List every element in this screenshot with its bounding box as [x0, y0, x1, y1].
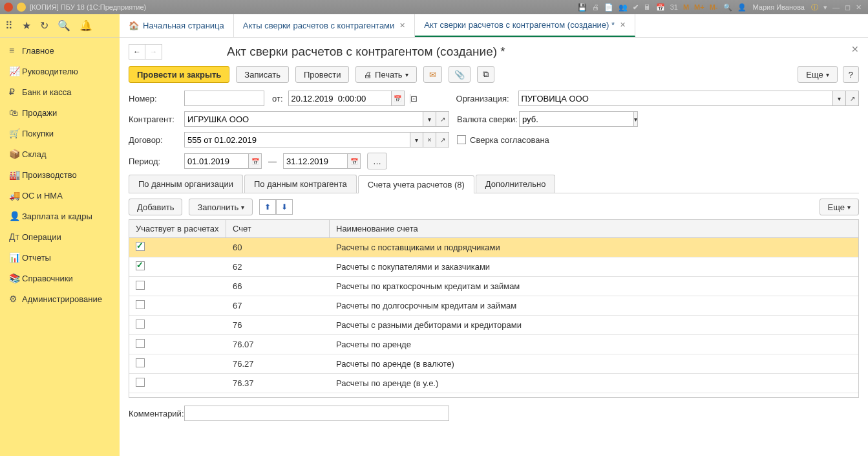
row-checkbox[interactable] [136, 320, 145, 329]
post-button[interactable]: Провести [295, 66, 350, 83]
user-name[interactable]: Мария Иванова [753, 3, 805, 11]
m-minus-label[interactable]: M- [710, 3, 718, 11]
comment-input[interactable] [184, 406, 449, 421]
sidebar-item-4[interactable]: 🛒Покупки [0, 123, 120, 144]
date-input[interactable] [288, 91, 392, 106]
sidebar-item-1[interactable]: 📈Руководителю [0, 61, 120, 81]
th-check[interactable]: Участвует в расчетах [129, 220, 226, 237]
calendar-icon[interactable]: 📅 [392, 91, 405, 106]
row-checkbox[interactable] [136, 242, 145, 251]
sidebar-item-3[interactable]: 🛍Продажи [0, 102, 120, 123]
doc-icon[interactable]: 📄 [604, 3, 613, 12]
table-more-button[interactable]: Еще ▾ [820, 199, 859, 215]
period-to-input[interactable] [283, 153, 348, 169]
sidebar-item-12[interactable]: ⚙Администрирование [0, 288, 120, 309]
close-page-icon[interactable]: ✕ [851, 44, 859, 54]
period-from-input[interactable] [184, 153, 249, 169]
dropdown-icon[interactable]: ▾ [823, 3, 827, 12]
table-row[interactable]: 76Расчеты с разными дебиторами и кредито… [129, 316, 858, 335]
table-row[interactable]: 76.27Расчеты по аренде (в валюте) [129, 354, 858, 374]
table-row[interactable]: 76.07Расчеты по аренде [129, 335, 858, 354]
table-row[interactable]: 60Расчеты с поставщиками и подрядчиками [129, 238, 858, 257]
sidebar-item-6[interactable]: 🏭Производство [0, 164, 120, 185]
more-button[interactable]: Еще ▾ [798, 66, 837, 83]
table-row[interactable]: 66Расчеты по краткосрочным кредитам и за… [129, 277, 858, 296]
save-icon[interactable]: 💾 [578, 3, 587, 12]
row-checkbox[interactable] [136, 281, 145, 290]
tab-acts-list[interactable]: Акты сверки расчетов с контрагентами ✕ [234, 14, 416, 37]
org-input[interactable] [518, 91, 833, 106]
number-input[interactable] [184, 91, 264, 106]
close-window-icon[interactable]: ✕ [856, 3, 862, 12]
row-checkbox[interactable] [136, 339, 145, 348]
calendar-icon[interactable]: 📅 [348, 153, 361, 169]
close-icon[interactable]: ✕ [399, 21, 405, 30]
sidebar-item-8[interactable]: 👤Зарплата и кадры [0, 206, 120, 226]
table-row[interactable]: 67Расчеты по долгосрочным кредитам и зай… [129, 296, 858, 316]
table-row[interactable]: 76.37Расчеты по аренде (в у.е.) [129, 374, 858, 393]
row-checkbox[interactable] [136, 378, 145, 387]
sidebar-item-10[interactable]: 📊Отчеты [0, 247, 120, 268]
dropdown-icon[interactable]: ▾ [423, 111, 436, 127]
th-name[interactable]: Наименование счета [330, 220, 858, 237]
m-label[interactable]: M [683, 3, 689, 11]
sidebar-item-9[interactable]: ДтОперации [0, 226, 120, 247]
open-icon[interactable]: ↗ [436, 132, 449, 147]
m-plus-label[interactable]: M+ [694, 3, 704, 11]
move-up-button[interactable]: ⬆ [259, 199, 276, 215]
sidebar-item-2[interactable]: ₽Банк и касса [0, 81, 120, 102]
calendar-icon[interactable]: 📅 [249, 153, 262, 169]
minimize-icon[interactable]: — [832, 3, 840, 11]
bell-icon[interactable]: 🔔 [79, 19, 92, 32]
print-button[interactable]: 🖨 Печать ▾ [355, 66, 416, 83]
info-icon[interactable]: ⓘ [811, 3, 818, 12]
help-button[interactable]: ? [843, 66, 859, 83]
move-down-button[interactable]: ⬇ [276, 199, 293, 215]
sidebar-item-7[interactable]: 🚚ОС и НМА [0, 185, 120, 206]
save-close-button[interactable]: Провести и закрыть [129, 66, 229, 83]
row-checkbox[interactable] [136, 261, 145, 270]
tab-act-create[interactable]: Акт сверки расчетов с контрагентом (созд… [415, 14, 635, 37]
row-checkbox[interactable] [136, 300, 145, 309]
dropdown-icon[interactable]: ▾ [833, 91, 846, 106]
print-icon[interactable]: 🖨 [592, 3, 599, 11]
sidebar-item-11[interactable]: 📚Справочники [0, 268, 120, 288]
th-account[interactable]: Счет [226, 220, 330, 237]
subtab-0[interactable]: По данным организации [129, 175, 243, 193]
nav-forward-button[interactable]: → [145, 44, 162, 60]
search-icon[interactable]: 🔍 [58, 19, 70, 32]
fill-button[interactable]: Заполнить ▾ [189, 199, 253, 215]
contragent-input[interactable] [184, 111, 423, 127]
email-button[interactable]: ✉ [423, 66, 442, 83]
compare-icon[interactable]: 👥 [619, 3, 628, 12]
apps-icon[interactable]: ⠿ [5, 19, 13, 32]
agreed-checkbox[interactable] [457, 135, 466, 144]
dropdown-icon[interactable]: ▾ [634, 111, 638, 127]
nav-back-button[interactable]: ← [129, 44, 145, 60]
subtab-3[interactable]: Дополнительно [476, 175, 556, 193]
subtab-1[interactable]: По данным контрагента [244, 175, 357, 193]
table-row[interactable]: 62Расчеты с покупателями и заказчиками [129, 257, 858, 277]
sidebar-item-5[interactable]: 📦Склад [0, 144, 120, 164]
star-icon[interactable]: ★ [22, 19, 31, 32]
contract-input[interactable] [184, 132, 410, 147]
period-select-button[interactable]: … [367, 153, 387, 169]
currency-input[interactable] [519, 111, 634, 127]
check-icon[interactable]: ✔ [633, 3, 639, 12]
subtab-2[interactable]: Счета учета расчетов (8) [358, 175, 474, 193]
open-icon[interactable]: ↗ [436, 111, 449, 127]
dropdown-icon[interactable]: ▾ [410, 132, 423, 147]
maximize-icon[interactable]: ◻ [845, 3, 851, 12]
zoom-icon[interactable]: 🔍 [723, 3, 732, 12]
attach-button[interactable]: 📎 [449, 66, 471, 83]
structure-button[interactable]: ⧉ [477, 66, 494, 83]
add-button[interactable]: Добавить [129, 199, 182, 215]
date-icon[interactable]: 31 [670, 3, 678, 11]
write-button[interactable]: Записать [236, 66, 289, 83]
calendar-icon[interactable]: 📅 [656, 3, 665, 12]
open-icon[interactable]: ↗ [846, 91, 859, 106]
sidebar-item-0[interactable]: ≡Главное [0, 40, 120, 61]
tab-home[interactable]: 🏠 Начальная страница [120, 14, 234, 37]
close-icon[interactable]: ✕ [620, 21, 626, 29]
history-icon[interactable]: ↻ [40, 19, 48, 32]
